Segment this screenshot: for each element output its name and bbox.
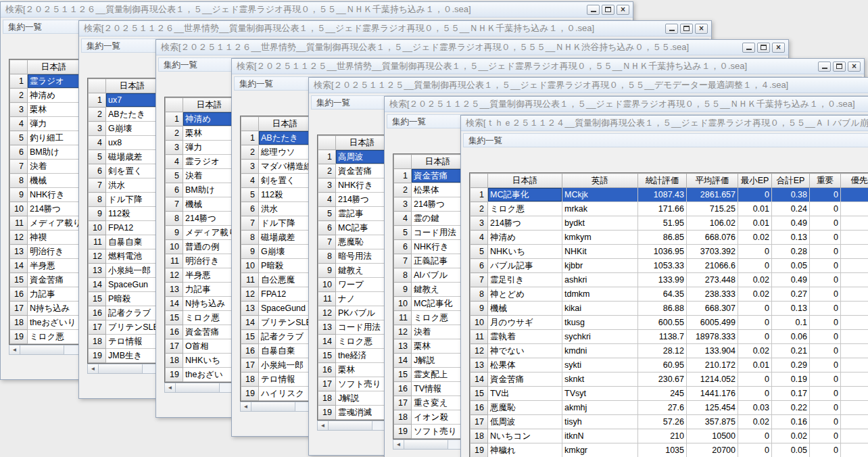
cell[interactable]: バブル記事 <box>488 259 562 273</box>
cell[interactable] <box>841 429 868 443</box>
cell[interactable]: ブリテンSLBI <box>259 316 312 330</box>
cell[interactable]: 0 <box>810 273 841 287</box>
table-row[interactable]: 15記者クラブ <box>241 330 312 344</box>
cell[interactable]: 総理ウソ <box>259 145 312 160</box>
table-row[interactable]: 16自暴自棄 <box>241 344 312 358</box>
h-scrollbar[interactable]: ◄ <box>240 402 312 412</box>
table-row[interactable]: 2資金苦痛 <box>318 164 389 178</box>
cell[interactable]: FPA12 <box>106 221 159 235</box>
table-row[interactable]: 19神穢れkmkgr10352070000.050 <box>471 443 868 457</box>
cell[interactable]: 1035 <box>638 443 687 457</box>
row-header[interactable]: 19 <box>471 443 488 457</box>
table-row[interactable]: 10214勝つ <box>10 202 80 216</box>
cell[interactable]: 霊魂消滅 <box>336 406 389 420</box>
cell[interactable]: J解説 <box>412 354 464 368</box>
cell[interactable] <box>841 358 868 372</box>
cell[interactable]: 0.19 <box>772 372 810 387</box>
column-header[interactable]: 合計EP <box>772 174 810 188</box>
cell[interactable]: 2861.657 <box>687 188 738 202</box>
row-header[interactable]: 18 <box>471 429 488 443</box>
row-header[interactable]: 2 <box>89 107 106 122</box>
row-header[interactable]: 12 <box>394 325 412 339</box>
cell[interactable]: 0.21 <box>772 344 810 358</box>
cell[interactable]: 106.02 <box>687 216 738 231</box>
cell[interactable]: 0 <box>738 372 772 387</box>
aggregate-grid[interactable]: 日本語1高周波2資金苦痛3NHK行き4214勝つ5霊記事6MC記事7悪魔恥8暗号… <box>317 135 389 420</box>
cell[interactable]: kmdni <box>562 344 638 358</box>
table-row[interactable]: 6洪水 <box>241 202 312 216</box>
cell[interactable]: 0 <box>810 231 841 245</box>
cell[interactable]: 230.67 <box>638 372 687 387</box>
table-row[interactable]: 15the経済 <box>318 349 389 363</box>
row-header[interactable]: 6 <box>241 202 259 216</box>
row-header[interactable]: 15 <box>471 387 488 401</box>
row-header[interactable]: 14 <box>471 372 488 387</box>
cell[interactable]: 0 <box>738 259 772 273</box>
table-row[interactable]: 16資金苦痛 <box>166 325 236 339</box>
row-header[interactable]: 9 <box>10 188 28 202</box>
row-header[interactable]: 8 <box>89 193 106 207</box>
table-row[interactable]: 5決着 <box>166 169 236 183</box>
cell[interactable]: 神でない <box>488 344 562 358</box>
table-row[interactable]: 16TV情報 <box>394 382 464 396</box>
table-row[interactable]: 3弾力 <box>166 141 236 155</box>
cell[interactable]: 0.01 <box>738 202 772 216</box>
cell[interactable]: 神清め <box>183 112 236 126</box>
table-row[interactable]: 8暗号用法 <box>318 249 389 264</box>
table-row[interactable]: 14J解説 <box>394 354 464 368</box>
table-row[interactable]: 19霊魂消滅 <box>318 406 389 420</box>
cell[interactable]: 弾力 <box>28 117 80 131</box>
cell[interactable]: テロ情報 <box>106 335 159 349</box>
cell[interactable]: 神穢れ <box>488 443 562 457</box>
cell[interactable]: sknkt <box>562 372 638 387</box>
cell[interactable] <box>841 287 868 302</box>
cell[interactable]: NHKいち <box>183 354 236 368</box>
cell[interactable]: 1138.7 <box>638 330 687 344</box>
row-header[interactable]: 14 <box>89 278 106 292</box>
row-header[interactable]: 7 <box>241 216 259 231</box>
cell[interactable]: 自暴自棄 <box>259 344 312 358</box>
row-header[interactable]: 11 <box>241 273 259 287</box>
cell[interactable]: 0 <box>810 259 841 273</box>
table-row[interactable]: 17小泉純一郎 <box>241 358 312 372</box>
cell[interactable]: 0.03 <box>738 401 772 415</box>
row-header[interactable]: 1 <box>166 112 183 126</box>
row-header[interactable]: 1 <box>89 93 106 107</box>
table-row[interactable]: 19ハイリスク <box>241 387 312 401</box>
table-row[interactable]: 12神禊 <box>10 231 80 245</box>
row-header[interactable]: 1 <box>318 150 336 164</box>
cell[interactable]: 霊の鍵 <box>412 212 464 226</box>
cell[interactable]: 0.13 <box>772 231 810 245</box>
table-row[interactable]: 13小泉純一郎 <box>89 264 159 278</box>
row-header[interactable]: 8 <box>241 231 259 245</box>
cell[interactable]: 210 <box>638 429 687 443</box>
cell[interactable]: 64.35 <box>638 287 687 302</box>
table-row[interactable]: 3栗林 <box>10 103 80 117</box>
table-row[interactable]: 8磁場歳差 <box>241 231 312 245</box>
row-header[interactable]: 7 <box>166 197 183 212</box>
cell[interactable]: 0 <box>810 188 841 202</box>
row-header[interactable]: 7 <box>394 254 412 268</box>
aggregate-grid[interactable]: 日本語1ux72ABたたき3G崩壊4ux85磁場歳差6剣を置く7洪水8ドル下降9… <box>87 78 160 364</box>
cell[interactable]: BM助け <box>183 183 236 197</box>
table-row[interactable]: 5112殺 <box>241 188 312 202</box>
row-header[interactable]: 13 <box>318 320 336 335</box>
cell[interactable] <box>841 372 868 387</box>
table-row[interactable]: 8神とどめtdmkm64.35238.3330.020.270 <box>471 287 868 302</box>
cell[interactable]: ブリテンSLB <box>106 320 159 335</box>
row-header[interactable]: 1 <box>10 74 28 89</box>
table-row[interactable]: 10P暗殺 <box>241 259 312 273</box>
cell[interactable]: 力記事 <box>183 283 236 297</box>
table-row[interactable]: 7悪魔恥 <box>318 235 389 249</box>
cell[interactable] <box>841 344 868 358</box>
cell[interactable]: 0.49 <box>772 216 810 231</box>
cell[interactable]: ミロク悪 <box>28 330 80 344</box>
table-row[interactable]: 2栗林 <box>166 126 236 141</box>
row-header[interactable]: 17 <box>394 396 412 410</box>
cell[interactable]: 機械 <box>183 197 236 212</box>
cell[interactable]: 0 <box>738 188 772 202</box>
column-header[interactable]: 重要 <box>810 174 841 188</box>
row-header[interactable]: 16 <box>10 287 28 302</box>
cell[interactable]: NHKit <box>562 245 638 259</box>
column-header[interactable]: 最小EP <box>738 174 772 188</box>
